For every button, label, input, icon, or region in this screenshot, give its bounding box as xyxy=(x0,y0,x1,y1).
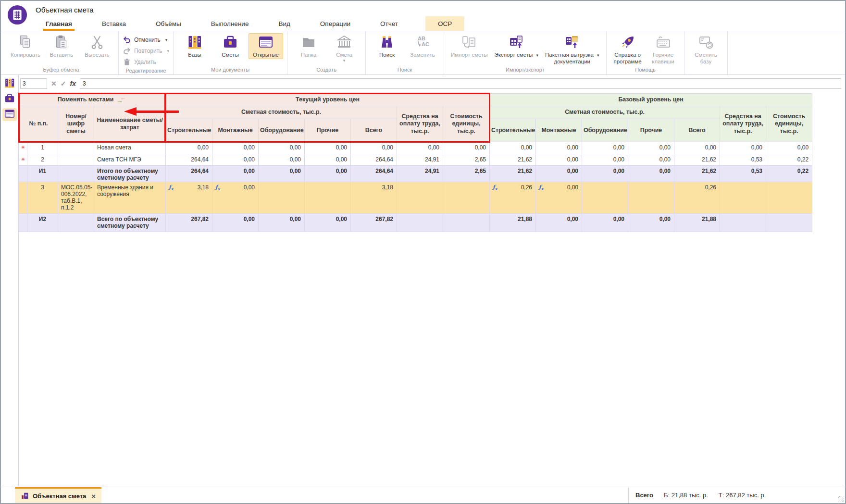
current-value-cell[interactable]: 0,00 xyxy=(443,142,490,154)
bases-button[interactable]: Базы xyxy=(177,33,212,59)
hotkeys-button[interactable]: Горячиеклавиши xyxy=(646,33,681,66)
base-value-cell[interactable]: 0,00 xyxy=(628,142,674,154)
base-value-cell[interactable]: ƒx0,26 xyxy=(490,182,536,214)
cancel-entry-icon[interactable]: ✕ xyxy=(51,80,57,87)
base-value-cell[interactable]: 21,62 xyxy=(490,166,536,182)
base-value-cell[interactable]: 0,26 xyxy=(674,182,720,214)
base-value-cell[interactable] xyxy=(766,182,812,214)
current-value-cell[interactable]: 0,00 xyxy=(166,142,212,154)
sidebar-opened-button[interactable] xyxy=(2,108,17,121)
current-value-cell[interactable]: 24,91 xyxy=(397,166,443,182)
confirm-entry-icon[interactable]: ✓ xyxy=(61,80,66,87)
current-value-cell[interactable]: 267,82 xyxy=(351,214,397,232)
sidebar-estimates-button[interactable] xyxy=(2,93,17,106)
current-value-cell[interactable]: ƒx0,00 xyxy=(212,182,259,214)
row-name-cell[interactable]: Новая смета xyxy=(94,142,166,154)
about-button[interactable]: Справка опрограмме xyxy=(610,33,645,66)
current-value-cell[interactable]: 267,82 xyxy=(166,214,212,232)
base-value-cell[interactable]: 0,00 xyxy=(582,142,628,154)
row-name-cell[interactable]: Смета ТСН МГЭ xyxy=(94,154,166,166)
import-estimate-button[interactable]: Импорт сметы xyxy=(448,33,491,59)
current-value-cell[interactable]: 264,64 xyxy=(166,154,212,166)
base-value-cell[interactable]: 0,53 xyxy=(720,154,766,166)
current-value-cell[interactable]: 0,00 xyxy=(212,154,259,166)
current-value-cell[interactable]: 0,00 xyxy=(212,142,259,154)
base-value-cell[interactable]: 0,00 xyxy=(628,154,674,166)
current-value-cell[interactable]: 0,00 xyxy=(305,154,351,166)
menu-tab-6[interactable]: Операции xyxy=(318,16,353,31)
base-value-cell[interactable]: 21,88 xyxy=(674,214,720,232)
change-db-button[interactable]: Сменитьбазу xyxy=(689,33,723,66)
current-value-cell[interactable]: 24,91 xyxy=(397,154,443,166)
base-value-cell[interactable]: 0,00 xyxy=(582,214,628,232)
current-value-cell[interactable]: 0,00 xyxy=(305,214,351,232)
resize-grip[interactable] xyxy=(838,496,844,502)
current-value-cell[interactable] xyxy=(397,182,443,214)
current-value-cell[interactable] xyxy=(305,182,351,214)
row-name-cell[interactable]: Итого по объектному сметному расчету xyxy=(94,166,166,182)
swap-columns-header[interactable]: Поменять местами→← xyxy=(19,94,166,106)
current-value-cell[interactable] xyxy=(443,182,490,214)
current-value-cell[interactable] xyxy=(397,214,443,232)
base-value-cell[interactable] xyxy=(766,214,812,232)
row-number-cell[interactable]: И1 xyxy=(27,166,58,182)
row-number-cell[interactable]: И2 xyxy=(27,214,58,232)
base-value-cell[interactable]: 0,22 xyxy=(766,166,812,182)
base-value-cell[interactable]: 21,62 xyxy=(674,166,720,182)
copy-button[interactable]: Копировать xyxy=(8,33,43,59)
menu-tab-2[interactable]: Вставка xyxy=(100,16,128,31)
current-value-cell[interactable]: 264,64 xyxy=(351,154,397,166)
formula-input[interactable] xyxy=(80,78,841,89)
current-value-cell[interactable]: ƒx3,18 xyxy=(166,182,212,214)
replace-button[interactable]: ABACЗаменить xyxy=(405,33,440,59)
base-value-cell[interactable] xyxy=(628,182,674,214)
current-value-cell[interactable]: 0,00 xyxy=(259,214,305,232)
close-tab-icon[interactable]: × xyxy=(91,492,96,500)
export-estimate-button[interactable]: Экспорт сметы ▾ xyxy=(492,33,541,59)
search-button[interactable]: Поиск xyxy=(370,33,404,59)
document-tab[interactable]: Объектная смета × xyxy=(15,487,101,503)
current-value-cell[interactable]: 264,64 xyxy=(351,166,397,182)
menu-tab-7[interactable]: Отчет xyxy=(378,16,400,31)
row-code-cell[interactable] xyxy=(58,166,94,182)
row-name-cell[interactable]: Временные здания и сооружения xyxy=(94,182,166,214)
current-value-cell[interactable]: 0,00 xyxy=(212,214,259,232)
paste-button[interactable]: Вставить xyxy=(44,33,79,59)
current-value-cell[interactable]: 0,00 xyxy=(397,142,443,154)
base-value-cell[interactable]: 0,00 xyxy=(674,142,720,154)
batch-upload-button[interactable]: Пакетная выгрузка ▾документации xyxy=(542,33,602,66)
menu-tab-5[interactable]: Вид xyxy=(276,16,292,31)
current-value-cell[interactable]: 0,00 xyxy=(305,142,351,154)
row-name-cell[interactable]: Всего по объектному сметному расчету xyxy=(94,214,166,232)
base-value-cell[interactable] xyxy=(720,214,766,232)
estimate-button[interactable]: Смета▾ xyxy=(327,33,361,63)
current-value-cell[interactable]: 3,18 xyxy=(351,182,397,214)
row-code-cell[interactable] xyxy=(58,214,94,232)
undo-button[interactable]: Отменить▾ xyxy=(123,35,167,45)
base-value-cell[interactable]: 0,00 xyxy=(536,166,582,182)
current-value-cell[interactable]: 0,00 xyxy=(212,166,259,182)
base-value-cell[interactable]: 0,00 xyxy=(628,166,674,182)
row-code-cell[interactable] xyxy=(58,154,94,166)
menu-tab-4[interactable]: Выполнение xyxy=(209,16,251,31)
cell-reference-input[interactable] xyxy=(20,78,47,89)
estimates-button[interactable]: Сметы xyxy=(213,33,248,59)
base-value-cell[interactable]: 21,62 xyxy=(674,154,720,166)
current-value-cell[interactable]: 0,00 xyxy=(259,154,305,166)
menu-tab-8[interactable]: ОСР xyxy=(425,16,464,31)
delete-button[interactable]: Удалить xyxy=(123,57,156,67)
current-value-cell[interactable]: 264,64 xyxy=(166,166,212,182)
base-value-cell[interactable]: 0,00 xyxy=(766,142,812,154)
base-value-cell[interactable]: 0,00 xyxy=(536,154,582,166)
menu-tab-1[interactable]: Главная xyxy=(43,16,75,31)
base-value-cell[interactable]: 21,88 xyxy=(490,214,536,232)
base-value-cell[interactable]: 21,62 xyxy=(490,154,536,166)
current-value-cell[interactable] xyxy=(259,182,305,214)
base-value-cell[interactable]: 0,00 xyxy=(582,154,628,166)
redo-button[interactable]: Повторить▾ xyxy=(123,46,169,56)
current-value-cell[interactable]: 0,00 xyxy=(259,142,305,154)
base-value-cell[interactable] xyxy=(720,182,766,214)
current-value-cell[interactable]: 0,00 xyxy=(305,166,351,182)
opened-button[interactable]: Открытые xyxy=(249,33,283,59)
base-value-cell[interactable]: ƒx0,00 xyxy=(536,182,582,214)
